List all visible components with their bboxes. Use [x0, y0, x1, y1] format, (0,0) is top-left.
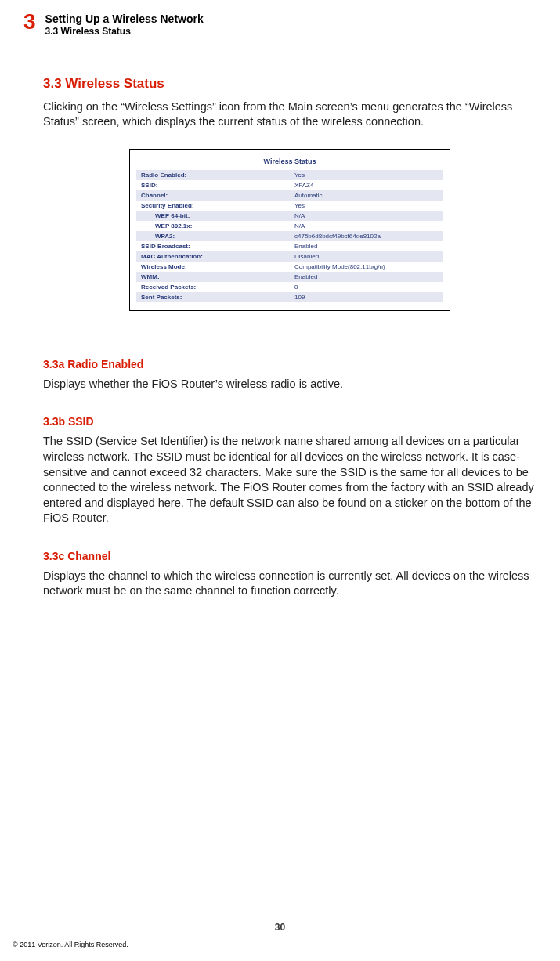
row-value: Compatibility Mode(802.11b/g/n) — [290, 262, 443, 272]
table-row: SSID Broadcast:Enabled — [136, 241, 443, 251]
subsection: 3.3c ChannelDisplays the channel to whic… — [43, 550, 537, 599]
row-label: Radio Enabled: — [136, 170, 290, 180]
section-heading: 3.3 Wireless Status — [43, 76, 537, 92]
table-row: WMM:Enabled — [136, 272, 443, 282]
intro-paragraph: Clicking on the “Wireless Settings” icon… — [43, 99, 537, 130]
subsection: 3.3a Radio EnabledDisplays whether the F… — [43, 358, 537, 392]
row-value: Enabled — [290, 272, 443, 282]
row-value: Yes — [290, 170, 443, 180]
subsection-heading: 3.3c Channel — [43, 550, 537, 562]
table-row: WEP 802.1x:N/A — [136, 221, 443, 231]
subsection-text: Displays the channel to which the wirele… — [43, 569, 537, 599]
chapter-title: Setting Up a Wireless Network — [45, 13, 204, 26]
subsection: 3.3b SSIDThe SSID (Service Set Identifie… — [43, 415, 537, 526]
row-value: N/A — [290, 211, 443, 221]
row-label: SSID Broadcast: — [136, 241, 290, 251]
content: 3.3 Wireless Status Clicking on the “Wir… — [0, 37, 560, 599]
figure-wrap: Wireless Status Radio Enabled:YesSSID:XF… — [43, 149, 537, 311]
row-value: 0 — [290, 282, 443, 292]
page-number: 30 — [0, 922, 560, 933]
status-table: Radio Enabled:YesSSID:XFAZ4Channel:Autom… — [136, 170, 443, 302]
row-label: WPA2: — [136, 231, 290, 241]
row-label: SSID: — [136, 180, 290, 190]
row-value: Enabled — [290, 241, 443, 251]
table-row: Radio Enabled:Yes — [136, 170, 443, 180]
row-value: Disabled — [290, 251, 443, 262]
table-row: SSID:XFAZ4 — [136, 180, 443, 190]
row-label: WMM: — [136, 272, 290, 282]
chapter-number: 3 — [23, 11, 36, 33]
subsection-heading: 3.3b SSID — [43, 415, 537, 428]
table-row: WPA2:c475b6d8bdcf49bcf64de8102a — [136, 231, 443, 241]
row-label: Received Packets: — [136, 282, 290, 292]
row-value: N/A — [290, 221, 443, 231]
row-value: 109 — [290, 292, 443, 302]
copyright: © 2011 Verizon. All Rights Reserved. — [13, 941, 128, 948]
table-row: Received Packets:0 — [136, 282, 443, 292]
row-value: Yes — [290, 201, 443, 211]
table-row: Security Enabled:Yes — [136, 201, 443, 211]
table-row: Sent Packets:109 — [136, 292, 443, 302]
row-label: MAC Authentication: — [136, 251, 290, 262]
table-row: Channel:Automatic — [136, 190, 443, 201]
row-value: c475b6d8bdcf49bcf64de8102a — [290, 231, 443, 241]
page-header: 3 Setting Up a Wireless Network 3.3 Wire… — [0, 0, 560, 37]
row-label: Wireless Mode: — [136, 262, 290, 272]
figure-title: Wireless Status — [136, 157, 443, 165]
row-value: Automatic — [290, 190, 443, 201]
row-label: WEP 64-bit: — [136, 211, 290, 221]
table-row: MAC Authentication:Disabled — [136, 251, 443, 262]
row-label: Channel: — [136, 190, 290, 201]
row-label: Security Enabled: — [136, 201, 290, 211]
header-text: Setting Up a Wireless Network 3.3 Wirele… — [45, 11, 204, 37]
table-row: Wireless Mode:Compatibility Mode(802.11b… — [136, 262, 443, 272]
row-label: Sent Packets: — [136, 292, 290, 302]
row-value: XFAZ4 — [290, 180, 443, 190]
row-label: WEP 802.1x: — [136, 221, 290, 231]
table-row: WEP 64-bit:N/A — [136, 211, 443, 221]
section-label: 3.3 Wireless Status — [45, 26, 204, 37]
subsection-heading: 3.3a Radio Enabled — [43, 358, 537, 370]
subsection-text: The SSID (Service Set Identifier) is the… — [43, 434, 537, 526]
wireless-status-figure: Wireless Status Radio Enabled:YesSSID:XF… — [129, 149, 450, 311]
subsection-text: Displays whether the FiOS Router’s wirel… — [43, 377, 537, 392]
